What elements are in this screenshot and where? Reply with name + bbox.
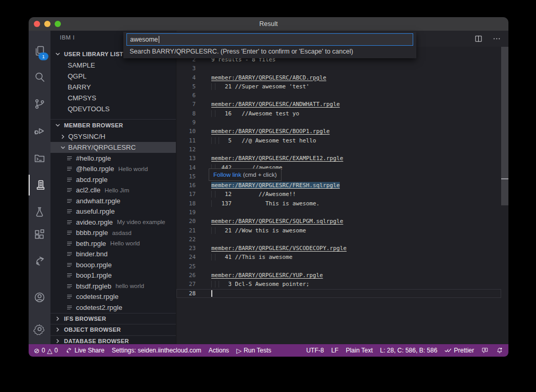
member-file-item[interactable]: binder.bnd xyxy=(50,249,176,260)
member-file-name: abcd.rpgle xyxy=(76,176,108,184)
line-number: 18 xyxy=(176,200,196,207)
activity-item-ibm-i[interactable] xyxy=(29,175,52,195)
library-item[interactable]: BARRY xyxy=(50,82,176,93)
library-name: CMPSYS xyxy=(68,94,96,102)
activity-item-account[interactable] xyxy=(29,287,50,308)
member-file-item[interactable]: codetest2.rpgle xyxy=(50,302,176,313)
member-file-item[interactable]: booop.rpgle xyxy=(50,259,176,270)
library-item[interactable]: CMPSYS xyxy=(50,93,176,103)
member-link-line: member:/BARRY/QRPGLESRC/ANDWHATT.rpgle xyxy=(211,101,340,108)
activity-item-settings-gear[interactable] xyxy=(29,319,50,339)
activity-item-test-flask[interactable] xyxy=(29,202,50,223)
member-file-item[interactable]: #hello.rpgle xyxy=(50,153,176,164)
library-name: BARRY xyxy=(68,83,91,91)
quick-input-field[interactable]: awesome xyxy=(126,33,413,46)
member-file-item[interactable]: bbbb.rpgleasdasd xyxy=(50,228,176,239)
status-label: Plain Text xyxy=(346,347,373,354)
status-item-actions[interactable]: Actions xyxy=(209,347,229,354)
activity-bar: 1 xyxy=(29,31,50,344)
status-item-eol[interactable]: LF xyxy=(331,347,338,354)
status-item-notifications[interactable] xyxy=(496,347,503,354)
library-item[interactable]: QDEVTOOLS xyxy=(50,103,176,114)
member-link-line: member:/BARRY/QRPGLESRC/VSCODECOPY.rpgle xyxy=(211,245,347,252)
member-file-item[interactable]: @hello.rpgleHello world xyxy=(50,164,176,175)
status-item-cursor-position[interactable]: L: 28, C: 586, B: 586 xyxy=(380,347,437,354)
error-icon: ⊘ xyxy=(34,347,40,354)
status-item-run-tests[interactable]: ▷Run Tests xyxy=(236,347,271,354)
member-file-item[interactable]: btsdf.rpglebhello world xyxy=(50,281,176,292)
overview-ruler-marker xyxy=(501,178,508,179)
status-label: Actions xyxy=(209,347,229,354)
member-link[interactable]: member:/BARRY/QRPGLESRC/EXAMPLE12.rpgle xyxy=(211,155,343,162)
editor-line-12: 12 xyxy=(176,145,501,154)
member-file-item[interactable]: abcd.rpgle xyxy=(50,174,176,185)
split-editor-icon[interactable] xyxy=(474,33,483,44)
section-header-database-browser[interactable]: DATABASE BROWSER xyxy=(50,335,176,345)
more-actions-icon[interactable] xyxy=(492,33,501,44)
editor-line-23: 23member:/BARRY/QRPGLESRC/VSCODECOPY.rpg… xyxy=(176,244,501,253)
editor-line-25: 25 xyxy=(176,262,501,271)
warning-icon: △ xyxy=(47,347,53,354)
member-file-item[interactable]: beth.rpgleHello world xyxy=(50,238,176,249)
member-file-description: Hello Jim xyxy=(105,187,129,193)
activity-item-files[interactable]: 1 xyxy=(29,41,50,61)
chevron-right-icon xyxy=(59,133,67,141)
member-link[interactable]: member:/BARRY/QRPGLESRC/VSCODECOPY.rpgle xyxy=(211,245,347,252)
zoom-window-button[interactable] xyxy=(55,21,61,27)
member-file-item[interactable]: boop1.rpgle xyxy=(50,270,176,281)
member-link[interactable]: member:/BARRY/QRPGLESRC/YUP.rpgle xyxy=(211,272,323,279)
follow-link-action[interactable]: Follow link xyxy=(213,172,241,178)
member-file-item[interactable]: codetest.rpgle xyxy=(50,292,176,303)
status-item-live-share[interactable]: Live Share xyxy=(65,347,104,354)
activity-item-run-debug[interactable] xyxy=(29,121,50,141)
member-link[interactable]: member:/BARRY/QRPGLESRC/BOOP1.rpgle xyxy=(211,128,330,135)
member-file-name: beth.rpgle xyxy=(76,240,106,247)
status-item-feedback[interactable] xyxy=(481,347,489,354)
live-share-small-icon xyxy=(65,347,72,354)
member-file-item[interactable]: andwhatt.rpgle xyxy=(50,195,176,206)
close-window-button[interactable] xyxy=(34,21,40,27)
activity-item-source-control[interactable] xyxy=(29,94,50,114)
member-link-line: member:/BARRY/QRPGLESRC/YUP.rpgle xyxy=(211,272,323,279)
line-number: 21 xyxy=(176,227,196,234)
activity-item-live-share[interactable] xyxy=(29,251,50,271)
status-item-language-mode[interactable]: Plain Text xyxy=(346,347,373,354)
editor-line-20: 20member:/BARRY/QRPGLESRC/SQLPGM.sqlrpgl… xyxy=(176,217,501,226)
editor-scrollbar[interactable] xyxy=(501,47,508,205)
activity-item-extensions[interactable] xyxy=(29,224,50,245)
editor-line-11: 11 5 //@ Awesome test hello xyxy=(176,136,501,145)
member-file-name: boop1.rpgle xyxy=(76,271,112,279)
status-item-settings-host[interactable]: Settings: seiden.iinthecloud.com xyxy=(112,347,201,354)
member-link[interactable]: member:/BARRY/QRPGLESRC/ABCD.rpgle xyxy=(211,74,326,81)
member-file-item[interactable]: auseful.rpgle xyxy=(50,206,176,217)
library-item[interactable]: SAMPLE xyxy=(50,60,176,71)
status-item-prettier[interactable]: Prettier xyxy=(444,347,474,354)
status-item-encoding[interactable]: UTF-8 xyxy=(306,347,324,354)
member-filter-qsysinc-h[interactable]: QSYSINC/H xyxy=(50,131,176,142)
member-link[interactable]: member:/BARRY/QRPGLESRC/SQLPGM.sqlrpgle xyxy=(211,218,343,225)
editor-line-27: 27 3 Dcl-S Awesome pointer; xyxy=(176,280,501,289)
status-item-problems[interactable]: ⊘0△0 xyxy=(34,347,58,354)
section-header-member-browser[interactable]: MEMBER BROWSER xyxy=(50,119,176,131)
section-header-object-browser[interactable]: OBJECT BROWSER xyxy=(50,324,176,335)
library-item[interactable]: QGPL xyxy=(50,71,176,82)
member-file-item[interactable]: avideo.rpgleMy video example xyxy=(50,217,176,228)
status-label: L: 28, C: 586, B: 586 xyxy=(380,347,437,354)
editor[interactable]: 129 results - 8 files34member:/BARRY/QRP… xyxy=(176,31,508,344)
activity-item-search[interactable] xyxy=(29,67,50,87)
line-number: 10 xyxy=(176,128,196,135)
member-link[interactable]: member:/BARRY/QRPGLESRC/ANDWHATT.rpgle xyxy=(211,101,340,108)
editor-line-13: 13member:/BARRY/QRPGLESRC/EXAMPLE12.rpgl… xyxy=(176,154,501,163)
source-member-icon xyxy=(66,176,73,183)
line-number: 6 xyxy=(176,92,196,99)
line-number: 7 xyxy=(176,101,196,108)
member-filter-barry-qrpglesrc[interactable]: BARRY/QRPGLESRC xyxy=(50,142,176,153)
member-file-name: acl2.clle xyxy=(76,186,100,194)
status-label: UTF-8 xyxy=(306,347,324,354)
member-link[interactable]: member:/BARRY/QRPGLESRC/FRESH.sqlrpgle xyxy=(211,182,340,189)
section-header-ifs-browser[interactable]: IFS BROWSER xyxy=(50,313,176,324)
minimize-window-button[interactable] xyxy=(44,21,50,27)
member-file-item[interactable]: acl2.clleHello Jim xyxy=(50,185,176,196)
line-number: 20 xyxy=(176,218,196,225)
activity-item-terminal-folder[interactable] xyxy=(29,148,50,168)
